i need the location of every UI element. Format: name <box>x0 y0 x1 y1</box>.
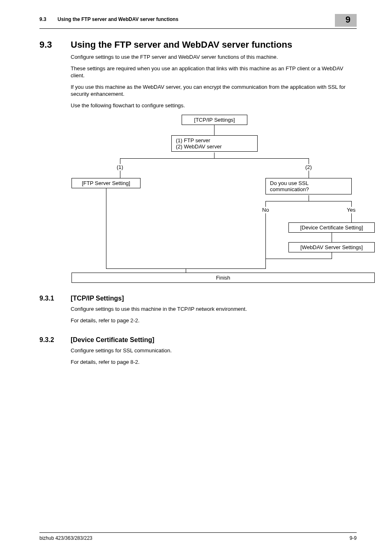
flow-line <box>120 158 120 164</box>
s932-para-2: For details, refer to page 8-2. <box>71 358 357 366</box>
flow-split-line2: (2) WebDAV server <box>176 143 253 150</box>
flow-branch-2-label: (2) <box>305 164 312 170</box>
header-section-number: 9.3 <box>39 16 46 22</box>
footer-right: 9-9 <box>350 535 357 541</box>
heading-2-number: 9.3.2 <box>39 336 71 344</box>
flow-line <box>186 268 186 273</box>
flow-line <box>351 213 352 222</box>
heading-2-text: [TCP/IP Settings] <box>71 295 124 302</box>
flow-line <box>265 201 352 201</box>
flow-line <box>351 201 352 207</box>
intro-para-3: If you use this machine as the WebDAV se… <box>71 83 357 98</box>
heading-2-text: [Device Certificate Setting] <box>71 336 154 344</box>
chapter-tab-number: 9 <box>335 14 357 27</box>
flow-no-label: No <box>262 207 269 213</box>
flowchart: [TCP/IP Settings] (1) FTP server (2) Web… <box>71 115 358 282</box>
flow-line <box>214 125 214 135</box>
flow-line <box>120 158 309 159</box>
flow-line <box>106 188 106 268</box>
flow-line <box>265 259 266 268</box>
flow-line <box>120 171 120 178</box>
flow-box-ftp: [FTP Server Setting] <box>71 178 141 188</box>
heading-1: 9.3 Using the FTP server and WebDAV serv… <box>39 39 357 50</box>
header-left: 9.3 Using the FTP server and WebDAV serv… <box>39 14 178 22</box>
heading-2-931: 9.3.1 [TCP/IP Settings] <box>39 295 357 302</box>
header-rule <box>39 28 357 29</box>
flow-box-webdav: [WebDAV Server Settings] <box>288 242 375 252</box>
flow-box-devcert: [Device Certificate Setting] <box>288 222 375 233</box>
intro-para-1: Configure settings to use the FTP server… <box>71 53 357 61</box>
intro-para-2: These settings are required when you use… <box>71 65 357 79</box>
flow-split-line1: (1) FTP server <box>176 137 253 143</box>
flow-line <box>265 259 332 259</box>
flow-line <box>309 158 309 164</box>
flow-line <box>265 213 266 259</box>
heading-2-932: 9.3.2 [Device Certificate Setting] <box>39 336 357 344</box>
s931-para-2: For details, refer to page 2-2. <box>71 317 357 324</box>
footer-left: bizhub 423/363/283/223 <box>39 535 92 541</box>
flow-box-finish: Finish <box>71 273 375 283</box>
flow-box-ssl-question: Do you use SSL communication? <box>265 178 352 194</box>
heading-2-number: 9.3.1 <box>39 295 71 302</box>
intro-para-4: Use the following flowchart to configure… <box>71 102 357 109</box>
flow-branch-1-label: (1) <box>117 164 123 170</box>
running-header: 9.3 Using the FTP server and WebDAV serv… <box>39 14 357 27</box>
flow-yes-label: Yes <box>347 207 355 213</box>
flow-line <box>214 153 214 158</box>
page-footer: bizhub 423/363/283/223 9-9 <box>39 532 357 541</box>
flow-box-split: (1) FTP server (2) WebDAV server <box>171 135 258 152</box>
s931-para-1: Configure settings to use this machine i… <box>71 305 357 313</box>
flow-line <box>265 201 266 207</box>
flow-line <box>309 195 309 201</box>
header-section-title: Using the FTP server and WebDAV server f… <box>58 16 178 22</box>
flow-line <box>309 171 309 178</box>
flow-line <box>332 252 332 259</box>
heading-1-number: 9.3 <box>39 39 71 50</box>
heading-1-text: Using the FTP server and WebDAV server f… <box>71 39 292 50</box>
flow-line <box>332 232 332 242</box>
flow-box-tcpip: [TCP/IP Settings] <box>182 115 247 125</box>
s932-para-1: Configure settings for SSL communication… <box>71 347 357 354</box>
chapter-tab: 9 <box>335 14 357 27</box>
